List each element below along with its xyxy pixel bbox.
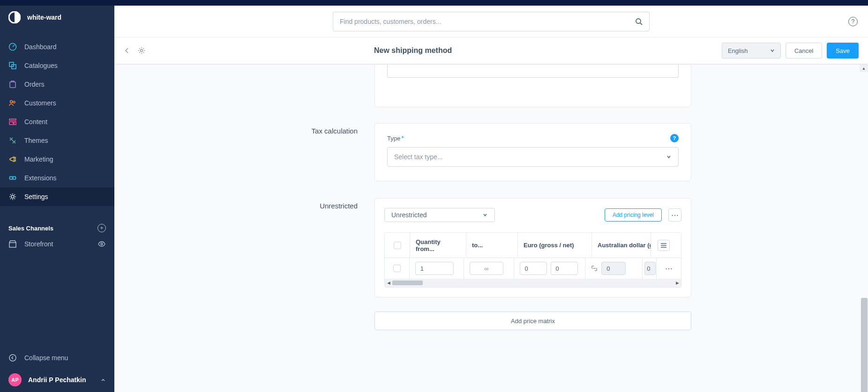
- page-settings-icon[interactable]: [138, 47, 145, 54]
- tax-type-select[interactable]: Select tax type...: [387, 147, 679, 167]
- help-icon[interactable]: ?: [848, 17, 858, 26]
- search-icon[interactable]: [635, 18, 643, 25]
- save-button[interactable]: Save: [827, 43, 859, 59]
- top-strip: [0, 0, 868, 6]
- add-price-matrix-label: Add price matrix: [511, 318, 555, 325]
- back-button[interactable]: [124, 47, 130, 54]
- sidebar-item-storefront[interactable]: Storefront: [0, 235, 114, 253]
- search-input[interactable]: [340, 18, 643, 25]
- partial-card-top: [374, 65, 691, 107]
- customers-icon: [8, 99, 17, 107]
- nav-themes[interactable]: Themes: [0, 131, 114, 150]
- price-table-head: Quantity from... to... Euro (gross / net…: [385, 233, 681, 258]
- svg-rect-11: [10, 177, 12, 179]
- svg-rect-5: [10, 82, 15, 88]
- nav-catalogues[interactable]: Catalogues: [0, 56, 114, 75]
- nav-label: Marketing: [24, 155, 53, 163]
- required-indicator: *: [401, 134, 404, 142]
- nav-label: Customers: [24, 99, 56, 107]
- row-checkbox[interactable]: [393, 265, 401, 272]
- scroll-left-arrow[interactable]: ◀: [385, 279, 392, 287]
- brand[interactable]: white-ward: [0, 6, 114, 29]
- column-settings-button[interactable]: [658, 240, 670, 251]
- collapse-label: Collapse menu: [24, 354, 68, 362]
- nav-label: Settings: [24, 193, 48, 200]
- col-euro: Euro (gross / net): [518, 233, 592, 258]
- chevron-down-icon: [666, 154, 672, 160]
- cancel-button[interactable]: Cancel: [786, 43, 822, 59]
- svg-point-17: [636, 19, 641, 23]
- page-title: New shipping method: [374, 46, 452, 55]
- matrix-context-menu[interactable]: ⋯: [668, 208, 681, 222]
- add-pricing-level-button[interactable]: Add pricing level: [605, 208, 662, 222]
- themes-icon: [8, 136, 17, 145]
- page-header: New shipping method English Cancel Save: [114, 37, 868, 65]
- matrix-section-label: Unrestricted: [114, 198, 374, 330]
- svg-point-6: [10, 101, 13, 103]
- chevron-down-icon: [770, 48, 775, 53]
- svg-point-18: [141, 50, 143, 52]
- nav-label: Dashboard: [24, 43, 57, 51]
- quantity-to-display: ∞: [470, 262, 503, 275]
- add-sales-channel-button[interactable]: +: [97, 224, 106, 232]
- svg-rect-12: [13, 177, 15, 179]
- nav-label: Orders: [24, 81, 45, 88]
- nav-marketing[interactable]: Marketing: [0, 150, 114, 169]
- nav-settings[interactable]: Settings: [0, 187, 114, 206]
- nav-label: Themes: [24, 137, 48, 144]
- link-icon[interactable]: [591, 266, 598, 271]
- col-quantity: Quantity from...: [410, 233, 466, 258]
- matrix-rule-select[interactable]: Unrestricted: [384, 208, 495, 222]
- svg-point-7: [13, 101, 15, 103]
- searchbar-area: ?: [114, 6, 868, 37]
- language-value: English: [728, 47, 748, 54]
- avatar: AP: [8, 373, 22, 386]
- sidebar: white-ward Dashboard Catalogues Orders C…: [0, 6, 114, 392]
- euro-gross-input[interactable]: [520, 262, 547, 275]
- nav-label: Extensions: [24, 174, 56, 182]
- svg-rect-8: [9, 119, 16, 120]
- svg-point-16: [9, 355, 16, 361]
- storefront-label: Storefront: [24, 240, 53, 248]
- content-icon: [8, 118, 17, 126]
- tax-help-badge[interactable]: ?: [670, 134, 679, 142]
- quantity-from-input[interactable]: [415, 262, 454, 275]
- eye-icon[interactable]: [97, 240, 106, 248]
- language-select[interactable]: English: [722, 43, 781, 59]
- nav-orders[interactable]: Orders: [0, 75, 114, 94]
- extensions-icon: [8, 174, 17, 182]
- h-scroll-track[interactable]: [392, 280, 673, 286]
- svg-point-15: [101, 243, 103, 245]
- add-price-matrix-button[interactable]: Add price matrix: [374, 311, 691, 330]
- aud-gross-input[interactable]: [601, 262, 626, 275]
- settings-icon: [8, 192, 17, 201]
- price-matrix-card: Unrestricted Add pricing level ⋯: [374, 198, 691, 297]
- h-scroll-thumb[interactable]: [392, 281, 423, 285]
- row-context-menu[interactable]: ⋯: [657, 258, 681, 279]
- marketing-icon: [8, 155, 17, 163]
- nav-customers[interactable]: Customers: [0, 94, 114, 112]
- nav-extensions[interactable]: Extensions: [0, 169, 114, 187]
- tax-type-placeholder: Select tax type...: [394, 153, 443, 161]
- select-all-checkbox[interactable]: [394, 242, 401, 249]
- price-table-row: ∞: [385, 258, 681, 279]
- collapse-menu-button[interactable]: Collapse menu: [0, 348, 114, 368]
- user-name: Andrii P Pechatkin: [28, 376, 86, 384]
- col-to: to...: [466, 233, 518, 258]
- scroll-right-arrow[interactable]: ▶: [673, 279, 681, 287]
- dashboard-icon: [8, 43, 17, 51]
- partial-input[interactable]: [387, 65, 679, 78]
- brand-name: white-ward: [27, 14, 61, 21]
- user-menu[interactable]: AP Andrii P Pechatkin: [0, 368, 114, 392]
- nav-dashboard[interactable]: Dashboard: [0, 37, 114, 56]
- svg-rect-10: [14, 122, 16, 125]
- svg-rect-9: [9, 122, 13, 125]
- tax-type-label: Type: [387, 135, 400, 142]
- nav-content[interactable]: Content: [0, 112, 114, 131]
- horizontal-scrollbar[interactable]: ◀ ▶: [385, 279, 681, 287]
- aud-net-input[interactable]: [644, 262, 656, 275]
- global-search[interactable]: [333, 12, 650, 31]
- content-area: ▲ Tax calculation: [114, 65, 868, 392]
- euro-net-input[interactable]: [551, 262, 578, 275]
- svg-point-13: [11, 195, 14, 198]
